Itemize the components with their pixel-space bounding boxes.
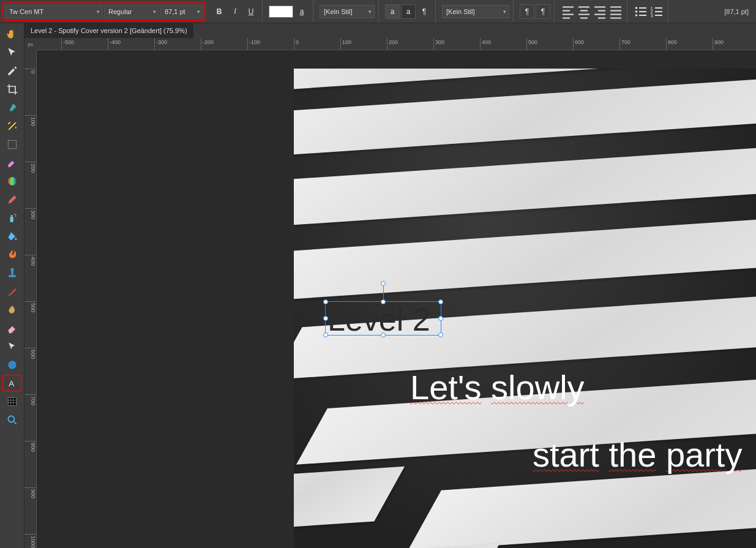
ruler-h-tick: 300 <box>433 38 444 50</box>
horizontal-ruler[interactable]: -500-400-300-200-10001002003004005006007… <box>37 38 756 50</box>
svg-rect-9 <box>10 215 12 217</box>
ruler-h-tick: 900 <box>713 38 724 50</box>
artwork-text-level2[interactable]: Level 2 <box>327 301 430 338</box>
align-right-button[interactable] <box>593 4 607 19</box>
knife-tool[interactable] <box>2 283 22 300</box>
no-break-button[interactable]: a <box>385 4 400 19</box>
svg-point-2 <box>635 14 638 17</box>
handle-w[interactable] <box>323 316 328 321</box>
font-size-value: 87,1 pt <box>165 8 185 15</box>
underline-button[interactable]: U <box>244 4 258 19</box>
para-style-group: [Kein Stil] <box>438 0 514 23</box>
svg-rect-8 <box>10 217 13 222</box>
svg-text:3: 3 <box>651 13 653 18</box>
document-tab-title: Level 2 - Spotify Cover version 2 [Geänd… <box>31 27 187 34</box>
text-color-swatch[interactable] <box>269 6 293 18</box>
ruler-v-tick: 300 <box>24 208 36 219</box>
ruler-h-tick: 500 <box>526 38 537 50</box>
handle-sw[interactable] <box>323 332 328 337</box>
underline-color-button[interactable]: a <box>294 4 309 19</box>
magic-wand-tool[interactable] <box>2 118 22 135</box>
artwork-text-line3-word2: the <box>608 435 656 474</box>
artwork-text-line2-word1: Let's <box>410 368 482 407</box>
ruler-v-tick: 500 <box>24 301 36 312</box>
move-tool[interactable] <box>2 44 22 61</box>
gradient-tool[interactable] <box>2 173 22 190</box>
svg-rect-6 <box>8 140 16 148</box>
font-controls-highlight: Tw Cen MT Regular 87,1 pt <box>2 2 206 21</box>
artwork-text-line3-word3: party <box>666 435 743 474</box>
brush-tool[interactable] <box>2 191 22 208</box>
align-justify-button[interactable] <box>608 4 623 19</box>
align-left-button[interactable] <box>561 4 575 19</box>
character-style-dropdown[interactable]: [Kein Stil] <box>320 5 375 18</box>
spray-tool[interactable] <box>2 209 22 227</box>
ruler-v-tick: 100 <box>24 115 36 126</box>
flame-tool[interactable] <box>2 246 22 263</box>
align-group <box>557 0 627 23</box>
fill-bucket-tool[interactable] <box>2 228 22 245</box>
shape-tool[interactable] <box>2 356 22 373</box>
font-family-dropdown[interactable]: Tw Cen MT <box>5 5 103 18</box>
hand-tool[interactable] <box>2 26 22 43</box>
smudge-tool[interactable] <box>2 301 22 318</box>
pilcrow-button-2[interactable]: ¶ <box>520 4 534 19</box>
handle-n[interactable] <box>381 299 386 304</box>
paragraph-style-dropdown[interactable]: [Kein Stil] <box>442 5 509 18</box>
ruler-h-tick: -100 <box>247 38 260 50</box>
svg-point-12 <box>15 238 17 240</box>
bullet-list-button[interactable] <box>634 4 648 19</box>
eraser-tool[interactable] <box>2 320 22 337</box>
document-tab-bar: Level 2 - Spotify Cover version 2 [Geänd… <box>0 23 756 38</box>
handle-se[interactable] <box>438 332 443 337</box>
canvas-viewport[interactable]: Level 2 Let's slowly <box>37 50 756 548</box>
pilcrow-button-1[interactable]: ¶ <box>417 4 432 19</box>
eraser-brush-tool[interactable] <box>2 154 22 171</box>
ruler-v-tick: 1000 <box>24 534 36 548</box>
paint-brush-tool[interactable] <box>2 99 22 116</box>
pilcrow-button-3[interactable]: ¶ <box>536 4 550 19</box>
italic-button[interactable]: I <box>228 4 242 19</box>
svg-text:A: A <box>9 379 14 388</box>
text-tool[interactable]: A <box>2 375 22 392</box>
typography-button[interactable]: a <box>401 4 416 19</box>
stamp-tool[interactable] <box>2 265 22 282</box>
document-tab[interactable]: Level 2 - Spotify Cover version 2 [Geänd… <box>24 23 193 38</box>
color-group: a <box>265 0 313 23</box>
vertical-ruler[interactable]: 01002003004005006007008009001000 <box>24 50 37 548</box>
align-center-button[interactable] <box>577 4 591 19</box>
crop-tool[interactable] <box>2 81 22 98</box>
ruler-h-tick: 200 <box>387 38 398 50</box>
ruler-v-tick: 400 <box>24 255 36 266</box>
svg-point-17 <box>8 416 14 422</box>
svg-point-7 <box>8 177 16 185</box>
selection-box[interactable] <box>325 301 441 336</box>
artwork-text-line2-word2: slowly <box>491 368 584 407</box>
handle-e[interactable] <box>438 316 443 321</box>
numbered-list-button[interactable]: 123 <box>649 4 664 19</box>
ruler-v-tick: 900 <box>24 487 36 498</box>
ruler-v-tick: 200 <box>24 162 36 173</box>
artwork-text-line3[interactable]: start the party <box>533 435 742 475</box>
rotation-handle[interactable] <box>381 281 386 286</box>
ruler-v-tick: 800 <box>24 441 36 452</box>
ruler-unit-label: px <box>24 38 37 50</box>
svg-point-10 <box>14 214 15 215</box>
zoom-tool[interactable] <box>2 411 22 429</box>
grid-tool[interactable] <box>2 393 22 410</box>
marquee-tool[interactable] <box>2 136 22 153</box>
paragraph-style-value: [Kein Stil] <box>446 8 474 15</box>
pilcrow-pair: ¶ ¶ <box>516 0 555 23</box>
handle-nw[interactable] <box>323 299 328 304</box>
case-group: a a ¶ <box>381 0 436 23</box>
font-style-group: B I U <box>208 0 263 23</box>
color-picker-tool[interactable] <box>2 62 22 80</box>
svg-point-0 <box>635 7 638 9</box>
font-size-dropdown[interactable]: 87,1 pt <box>160 5 203 18</box>
artwork-text-line2[interactable]: Let's slowly <box>410 367 585 407</box>
handle-s[interactable] <box>381 332 386 337</box>
font-weight-dropdown[interactable]: Regular <box>104 5 159 18</box>
handle-ne[interactable] <box>438 299 443 304</box>
node-tool[interactable] <box>2 338 22 355</box>
bold-button[interactable]: B <box>212 4 226 19</box>
